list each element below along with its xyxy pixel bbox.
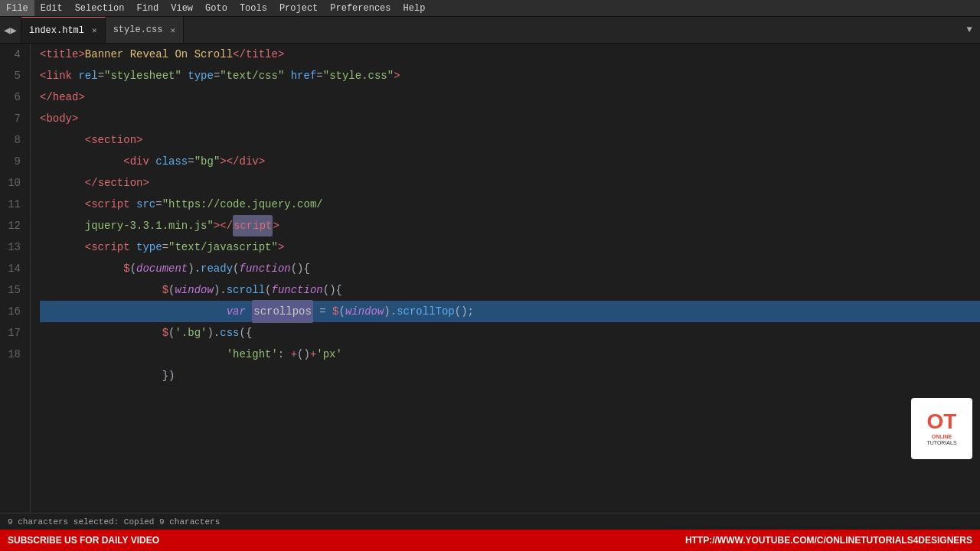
menu-help[interactable]: Help (397, 0, 432, 16)
menu-selection[interactable]: Selection (69, 0, 131, 16)
code-line-11: .......<script src="https://code.jquery.… (40, 194, 980, 215)
line-numbers: 4 5 6 7 8 9 10 11 12 13 14 15 16 17 18 (0, 44, 31, 513)
menu-edit[interactable]: Edit (34, 0, 69, 16)
menu-preferences[interactable]: Preferences (324, 0, 397, 16)
code-line-4: <title>Banner Reveal On Scroll</title> (40, 44, 980, 65)
code-line-14: ...................$(window).scroll(func… (40, 279, 980, 301)
code-line-8: .......<section> (40, 129, 980, 151)
tab-style-css-label: style.css (113, 24, 163, 35)
menu-goto[interactable]: Goto (199, 0, 234, 16)
code-line-16: ...................$('.bg').css({ (40, 322, 980, 344)
channel-logo: OT ONLINE TUTORIALS (911, 398, 972, 459)
code-line-13: .............$(document).ready(function(… (40, 258, 980, 279)
bottombar: SUBSCRIBE US FOR DAILY VIDEO HTTP://WWW.… (0, 530, 980, 551)
editor-area: 4 5 6 7 8 9 10 11 12 13 14 15 16 17 18 <… (0, 44, 980, 513)
code-line-15: .............................var scrollp… (40, 301, 980, 322)
code-line-7: <body> (40, 108, 980, 129)
code-line-17: .............................'height': +… (40, 344, 980, 365)
code-line-11b: .......jquery-3.3.1.min.js"></script> (40, 215, 980, 236)
menu-view[interactable]: View (165, 0, 199, 16)
code-line-18: ...................}) (40, 365, 980, 386)
code-line-12: .......<script type="text/javascript"> (40, 236, 980, 258)
tab-spacer (184, 17, 959, 43)
tab-index-html-close[interactable]: ✕ (92, 25, 97, 35)
menu-file[interactable]: File (0, 0, 34, 16)
logo-text: ONLINE TUTORIALS (926, 434, 956, 447)
menubar: File Edit Selection Find View Goto Tools… (0, 0, 980, 17)
tabbar: ◀▶ index.html ✕ style.css ✕ ▼ (0, 17, 980, 44)
tab-nav-back[interactable]: ◀▶ (0, 17, 21, 43)
tab-style-css[interactable]: style.css ✕ (106, 17, 184, 43)
code-container: 4 5 6 7 8 9 10 11 12 13 14 15 16 17 18 <… (0, 44, 980, 513)
code-line-10: .......</section> (40, 172, 980, 194)
menu-find[interactable]: Find (130, 0, 165, 16)
menu-project[interactable]: Project (273, 0, 324, 16)
statusbar-text: 9 characters selected: Copied 9 characte… (8, 517, 220, 527)
tab-style-css-close[interactable]: ✕ (170, 25, 175, 35)
statusbar: 9 characters selected: Copied 9 characte… (0, 513, 980, 530)
code-line-6: </head> (40, 86, 980, 108)
code-line-5: <link rel="stylesheet" type="text/css" h… (40, 65, 980, 86)
tab-index-html[interactable]: index.html ✕ (21, 17, 106, 43)
tab-index-html-label: index.html (29, 25, 84, 36)
tab-overflow-btn[interactable]: ▼ (959, 17, 980, 43)
bottombar-subscribe-text: SUBSCRIBE US FOR DAILY VIDEO (8, 535, 159, 546)
menu-tools[interactable]: Tools (234, 0, 273, 16)
logo-ot-text: OT (927, 411, 957, 432)
code-content[interactable]: <title>Banner Reveal On Scroll</title> <… (31, 44, 980, 513)
bottombar-url-text: HTTP://WWW.YOUTUBE.COM/C/ONLINETUTORIALS… (685, 535, 972, 546)
code-line-9: .............<div class="bg"></div> (40, 151, 980, 172)
